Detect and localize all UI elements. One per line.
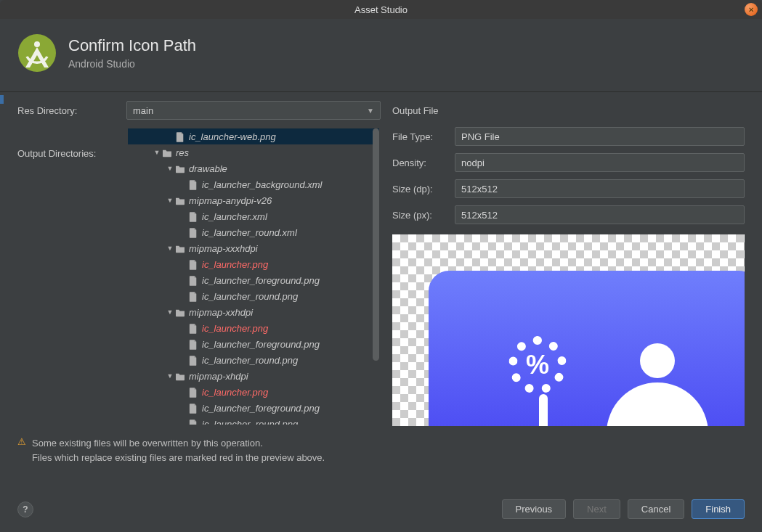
- output-preview: %: [392, 234, 745, 426]
- window-close-button[interactable]: ✕: [745, 3, 758, 16]
- file-icon: [187, 210, 199, 222]
- output-directories-label: Output Directories:: [17, 148, 96, 159]
- window-titlebar: Asset Studio ✕: [0, 0, 762, 19]
- tree-expand-arrow[interactable]: ▼: [166, 372, 174, 380]
- output-file-section-title: Output File: [392, 101, 745, 120]
- tree-node-label: ic_launcher.png: [202, 259, 268, 270]
- tree-node-label: ic_launcher_round.png: [202, 355, 298, 366]
- tree-file[interactable]: ic_launcher.png: [128, 320, 379, 336]
- dialog-title: Confirm Icon Path: [68, 36, 196, 55]
- tree-expand-arrow[interactable]: ▼: [166, 245, 174, 252]
- file-type-label: File Type:: [392, 131, 447, 142]
- warning-line-2: Files which replace existing files are m…: [32, 451, 325, 465]
- tree-file[interactable]: ic_launcher_background.xml: [128, 176, 379, 192]
- tree-node-label: mipmap-anydpi-v26: [189, 195, 272, 206]
- tree-node-label: ic_launcher_round.png: [202, 419, 298, 426]
- tree-file[interactable]: ic_launcher_foreground.png: [128, 272, 379, 288]
- file-icon: [187, 322, 199, 334]
- tree-node-label: ic_launcher.png: [202, 387, 268, 398]
- folder-icon: [161, 147, 173, 158]
- file-icon: [187, 258, 199, 270]
- help-button[interactable]: ?: [17, 502, 33, 517]
- tree-node-label: ic_launcher.png: [202, 323, 268, 334]
- tree-folder[interactable]: ▼mipmap-xxhdpi: [128, 304, 379, 320]
- tree-file[interactable]: ic_launcher-web.png: [128, 128, 379, 144]
- warning-line-1: Some existing files will be overwritten …: [32, 436, 325, 451]
- svg-point-1: [34, 41, 40, 47]
- window-title: Asset Studio: [354, 4, 408, 15]
- file-icon: [187, 402, 199, 414]
- tree-node-label: mipmap-xxhdpi: [189, 307, 253, 318]
- tree-expand-arrow[interactable]: ▼: [153, 149, 161, 156]
- tree-file[interactable]: ic_launcher_round.png: [128, 288, 379, 304]
- density-label: Density:: [392, 157, 447, 168]
- tree-folder[interactable]: ▼mipmap-anydpi-v26: [128, 192, 379, 208]
- tree-node-label: ic_launcher-web.png: [189, 131, 276, 142]
- folder-icon: [174, 307, 186, 318]
- file-icon: [187, 290, 199, 302]
- folder-icon: [174, 371, 186, 382]
- tree-expand-arrow[interactable]: ▼: [166, 165, 174, 172]
- tree-node-label: drawable: [189, 163, 227, 174]
- tree-expand-arrow[interactable]: ▼: [166, 197, 174, 204]
- tree-node-label: ic_launcher_foreground.png: [202, 403, 320, 414]
- tree-folder[interactable]: ▼res: [128, 144, 379, 160]
- tree-node-label: ic_launcher.xml: [202, 211, 267, 222]
- icon-preview-image: %: [429, 271, 745, 426]
- folder-icon: [174, 163, 186, 174]
- file-icon: [187, 179, 199, 190]
- tree-file[interactable]: ic_launcher.xml: [128, 208, 379, 224]
- android-studio-icon: [17, 33, 57, 73]
- tree-file[interactable]: ic_launcher_round.png: [128, 416, 379, 425]
- tree-file[interactable]: ic_launcher_foreground.png: [128, 400, 379, 416]
- cancel-button[interactable]: Cancel: [628, 499, 684, 519]
- size-px-label: Size (px):: [392, 210, 447, 221]
- res-directory-select[interactable]: main ▼: [126, 101, 381, 120]
- dialog-subtitle: Android Studio: [68, 58, 196, 70]
- dialog-footer: ? Previous Next Cancel Finish: [0, 491, 762, 532]
- size-px-value: 512x512: [455, 205, 745, 224]
- file-icon: [187, 386, 199, 398]
- density-value: nodpi: [455, 153, 745, 172]
- warning-panel: ⚠ Some existing files will be overwritte…: [0, 426, 762, 465]
- tree-file[interactable]: ic_launcher_foreground.png: [128, 336, 379, 352]
- file-icon: [187, 418, 199, 425]
- left-accent-strip: [0, 95, 4, 104]
- tree-file[interactable]: ic_launcher.png: [128, 256, 379, 272]
- output-directories-tree[interactable]: ic_launcher-web.png▼res▼drawableic_launc…: [126, 127, 381, 426]
- size-dp-value: 512x512: [455, 179, 745, 198]
- dialog-header: Confirm Icon Path Android Studio: [0, 19, 762, 92]
- next-button[interactable]: Next: [573, 499, 620, 519]
- file-icon: [187, 274, 199, 286]
- folder-icon: [174, 195, 186, 206]
- tree-folder[interactable]: ▼mipmap-xhdpi: [128, 368, 379, 384]
- tree-folder[interactable]: ▼drawable: [128, 160, 379, 176]
- tree-node-label: ic_launcher_round.xml: [202, 227, 297, 238]
- tree-node-label: mipmap-xhdpi: [189, 371, 248, 382]
- size-dp-label: Size (dp):: [392, 184, 447, 195]
- tree-scrollbar[interactable]: [371, 128, 380, 425]
- file-icon: [187, 338, 199, 350]
- tree-node-label: ic_launcher_background.xml: [202, 179, 322, 190]
- tree-node-label: ic_launcher_round.png: [202, 291, 298, 302]
- file-icon: [187, 354, 199, 366]
- close-icon: ✕: [748, 6, 754, 14]
- tree-node-label: ic_launcher_foreground.png: [202, 339, 320, 350]
- previous-button[interactable]: Previous: [502, 499, 567, 519]
- folder-icon: [174, 243, 186, 254]
- file-icon: [174, 131, 186, 142]
- tree-file[interactable]: ic_launcher_round.png: [128, 352, 379, 368]
- file-type-value: PNG File: [455, 127, 745, 146]
- file-icon: [187, 226, 199, 238]
- tree-folder[interactable]: ▼mipmap-xxxhdpi: [128, 240, 379, 256]
- tree-file[interactable]: ic_launcher.png: [128, 384, 379, 400]
- scrollbar-thumb[interactable]: [373, 128, 379, 361]
- chevron-down-icon: ▼: [367, 107, 374, 115]
- res-directory-label: Res Directory:: [17, 105, 119, 116]
- tree-node-label: mipmap-xxxhdpi: [189, 243, 258, 254]
- finish-button[interactable]: Finish: [692, 499, 745, 519]
- tree-file[interactable]: ic_launcher_round.xml: [128, 224, 379, 240]
- warning-icon: ⚠: [17, 436, 26, 447]
- tree-node-label: ic_launcher_foreground.png: [202, 275, 320, 286]
- tree-expand-arrow[interactable]: ▼: [166, 308, 174, 316]
